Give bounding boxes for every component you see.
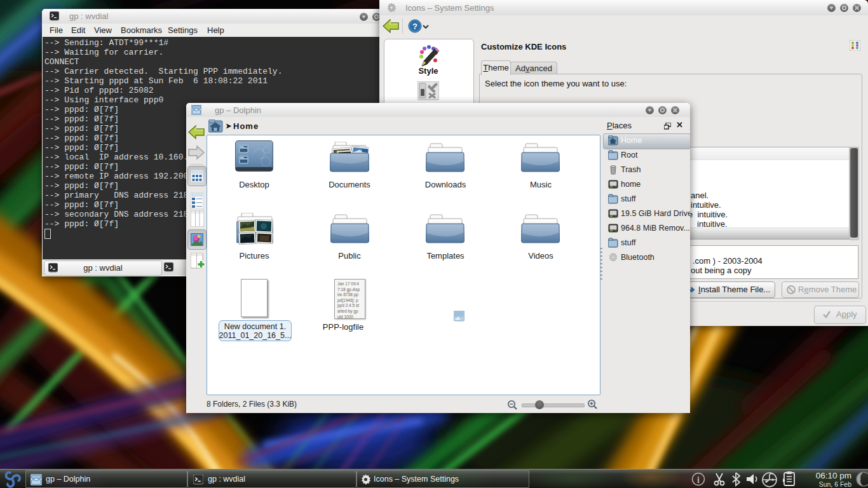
svg-text:?: ? [412,22,417,31]
svg-text:i: i [697,475,700,485]
